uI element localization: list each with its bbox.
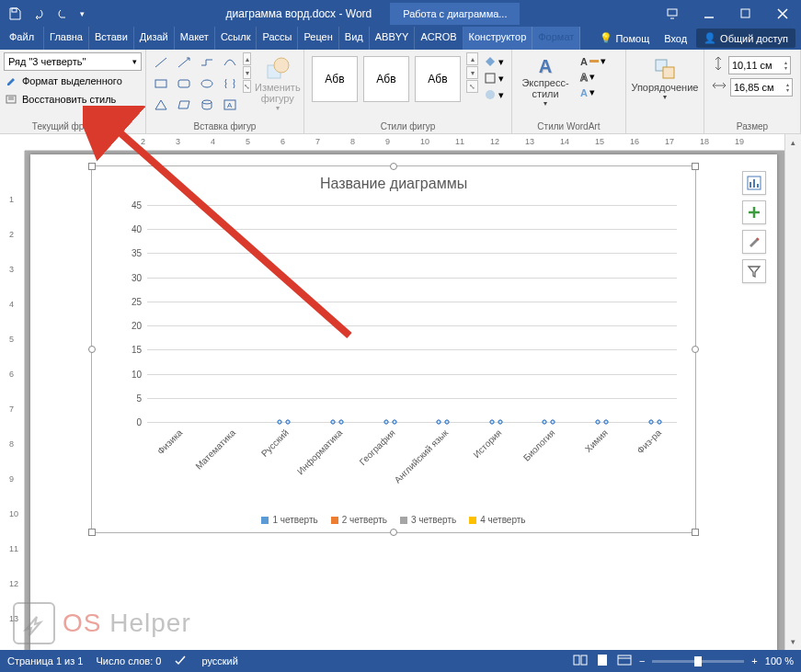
vertical-ruler[interactable]: 1234567891011121314 <box>0 151 25 650</box>
zoom-level[interactable]: 100 % <box>765 655 794 666</box>
text-outline-button[interactable]: A▾ <box>578 70 608 84</box>
tab-формат[interactable]: Формат <box>532 27 580 50</box>
zoom-in-button[interactable]: + <box>751 655 757 666</box>
shape-triangle[interactable] <box>150 95 172 115</box>
tab-макет[interactable]: Макет <box>175 27 215 50</box>
zoom-slider[interactable] <box>652 660 744 663</box>
chart-filter-button[interactable] <box>742 259 766 283</box>
shape-styles-gallery[interactable]: Абв Абв Абв <box>308 52 464 106</box>
share-button[interactable]: 👤Общий доступ <box>696 28 795 48</box>
horizontal-ruler[interactable]: 12345678910111213141516171819 <box>25 134 784 151</box>
format-selection-button[interactable]: Формат выделенного <box>4 73 124 89</box>
shapes-gallery[interactable]: A <box>150 52 241 115</box>
tab-ссылк[interactable]: Ссылк <box>215 27 257 50</box>
title-bar: ▾ диаграмма ворд.docx - Word Работа с ди… <box>0 0 801 27</box>
scroll-down-button[interactable]: ▾ <box>785 633 801 650</box>
minimize-button[interactable] <box>691 0 727 27</box>
tab-рассы[interactable]: Рассы <box>257 27 298 50</box>
contextual-tab-label: Работа с диаграмма... <box>390 3 520 25</box>
tab-abbyy[interactable]: ABBYY <box>370 27 416 50</box>
ribbon-options-button[interactable] <box>654 0 691 27</box>
shapes-scroll-down[interactable]: ▾ <box>243 66 251 79</box>
zoom-out-button[interactable]: − <box>639 655 645 666</box>
shapes-scroll-up[interactable]: ▴ <box>243 52 251 65</box>
chart-styles-button[interactable] <box>742 230 766 254</box>
shape-fill-button[interactable]: ▾ <box>482 54 506 69</box>
shape-line-arrow[interactable] <box>173 52 195 73</box>
maximize-button[interactable] <box>727 0 764 27</box>
shapes-more-button[interactable]: ⤡ <box>243 80 251 93</box>
page-indicator[interactable]: Страница 1 из 1 <box>7 655 83 666</box>
height-input[interactable]: 10,11 см▴▾ <box>728 56 791 74</box>
word-count[interactable]: Число слов: 0 <box>96 655 161 666</box>
width-input[interactable]: 16,85 см▴▾ <box>730 78 793 97</box>
styles-more-button[interactable]: ⤡ <box>466 80 478 93</box>
shape-style-1[interactable]: Абв <box>312 56 358 102</box>
chart-layout-button[interactable] <box>742 171 766 195</box>
reset-style-button[interactable]: Восстановить стиль <box>4 91 118 108</box>
print-layout-button[interactable] <box>595 654 610 668</box>
tab-конструктор[interactable]: Конструктор <box>463 27 533 50</box>
shape-outline-button[interactable]: ▾ <box>482 71 506 85</box>
chart-plot-area[interactable]: 051015202530354045 <box>147 205 677 422</box>
shape-rect[interactable] <box>150 74 172 94</box>
shape-style-3[interactable]: Абв <box>415 56 461 102</box>
svg-rect-5 <box>178 80 189 87</box>
redo-button[interactable] <box>51 3 74 25</box>
web-layout-button[interactable] <box>617 654 632 668</box>
shape-line[interactable] <box>150 52 172 73</box>
height-icon <box>712 56 725 74</box>
svg-rect-22 <box>581 655 587 665</box>
language-indicator[interactable]: русский <box>201 655 237 666</box>
tab-главна[interactable]: Главна <box>44 27 89 50</box>
tab-дизай[interactable]: Дизай <box>134 27 175 50</box>
chart-object[interactable]: Название диаграммы 051015202530354045 Фи… <box>91 165 696 533</box>
arrange-button[interactable]: Упорядочение▾ <box>635 52 694 105</box>
shape-roundrect[interactable] <box>173 74 195 94</box>
change-shape-button: Изменить фигуру▾ <box>253 52 303 116</box>
width-icon <box>712 79 727 96</box>
tab-acrob[interactable]: ACROB <box>415 27 463 50</box>
svg-rect-4 <box>155 80 166 87</box>
document-area[interactable]: Название диаграммы 051015202530354045 Фи… <box>25 151 784 650</box>
svg-rect-12 <box>486 74 495 83</box>
spellcheck-icon[interactable] <box>174 654 189 668</box>
chart-elements-button[interactable] <box>742 200 766 224</box>
shape-cylinder[interactable] <box>196 95 218 115</box>
svg-rect-18 <box>753 179 755 188</box>
chart-title[interactable]: Название диаграммы <box>92 166 695 198</box>
chart-legend[interactable]: 1 четверть2 четверть3 четверть4 четверть <box>92 515 695 525</box>
vertical-scrollbar[interactable]: ▴ ▾ <box>784 134 801 650</box>
qat-more-button[interactable]: ▾ <box>75 3 88 25</box>
tab-вид[interactable]: Вид <box>339 27 370 50</box>
shape-style-2[interactable]: Абв <box>363 56 409 102</box>
undo-button[interactable] <box>28 3 50 25</box>
element-selection-combo[interactable]: Ряд "3 четверть"▾ <box>4 52 142 71</box>
shape-text[interactable]: A <box>219 95 241 115</box>
shape-ellipse[interactable] <box>196 74 218 94</box>
read-mode-button[interactable] <box>573 654 588 668</box>
shape-parallelogram[interactable] <box>173 95 195 115</box>
svg-point-6 <box>201 80 212 87</box>
text-fill-button[interactable]: A▾ <box>578 54 608 68</box>
shape-curve[interactable] <box>219 52 241 73</box>
tab-file[interactable]: Файл <box>0 27 44 50</box>
tab-рецен[interactable]: Рецен <box>298 27 338 50</box>
tell-me-button[interactable]: 💡Помощ <box>594 28 655 48</box>
close-button[interactable] <box>764 0 801 27</box>
tab-встави[interactable]: Встави <box>89 27 134 50</box>
save-button[interactable] <box>4 3 26 25</box>
text-effects-button[interactable]: A▾ <box>578 85 608 99</box>
group-label-selection: Текущий фрагмент <box>4 120 142 132</box>
login-button[interactable]: Вход <box>658 29 692 48</box>
scroll-up-button[interactable]: ▴ <box>785 134 801 151</box>
shape-effects-button[interactable]: ▾ <box>482 87 506 102</box>
styles-scroll-up[interactable]: ▴ <box>466 52 478 65</box>
svg-rect-23 <box>598 655 607 666</box>
styles-scroll-down[interactable]: ▾ <box>466 66 478 79</box>
menu-bar: Файл ГлавнаВставиДизайМакетСсылкРассыРец… <box>0 27 801 50</box>
shape-brace[interactable] <box>219 74 241 94</box>
svg-rect-19 <box>757 184 759 188</box>
wordart-styles-button[interactable]: A Экспресс-стили▾ <box>516 52 575 111</box>
shape-elbow[interactable] <box>196 52 218 73</box>
